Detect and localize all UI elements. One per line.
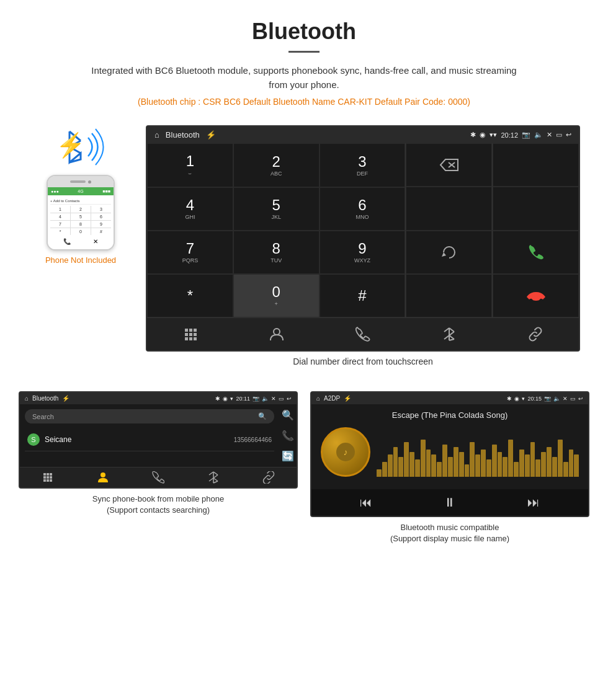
subtitle: Integrated with BC6 Bluetooth module, su… (87, 64, 521, 92)
viz-bar (508, 440, 513, 477)
svg-line-23 (444, 328, 449, 332)
pb-phone-side-icon[interactable]: 📞 (282, 430, 294, 441)
pb-x-icon[interactable]: ✕ (271, 396, 276, 402)
dial-key-8[interactable]: 8TUV (233, 231, 320, 274)
dial-key-7[interactable]: 7PQRS (147, 231, 233, 274)
album-area: ♪ (318, 427, 582, 483)
pb-nav-phone[interactable] (130, 471, 186, 484)
pb-usb-icon: ⚡ (62, 395, 69, 402)
pb-time: 20:11 (236, 396, 250, 402)
home-icon[interactable]: ⌂ (154, 130, 159, 140)
dial-key-5[interactable]: 5JKL (233, 187, 320, 231)
svg-rect-15 (189, 337, 192, 340)
dial-key-4[interactable]: 4GHI (147, 187, 233, 231)
play-pause-button[interactable]: ⏸ (444, 495, 456, 510)
dial-key-9[interactable]: 9WXYZ (320, 231, 406, 274)
backspace-button[interactable] (406, 143, 492, 187)
dialpad-bottom-nav (147, 317, 579, 350)
pb-home-icon[interactable]: ⌂ (25, 395, 29, 402)
music-cam-icon: 📷 (544, 396, 551, 402)
phone-key-6[interactable]: 6 (91, 213, 111, 220)
dial-key-3[interactable]: 3DEF (320, 143, 406, 187)
svg-line-20 (449, 332, 454, 335)
search-placeholder: Search (32, 413, 54, 420)
phone-delete-icon: ✕ (93, 238, 98, 245)
search-bar[interactable]: Search 🔍 (25, 409, 274, 423)
pb-user-icon (97, 471, 109, 484)
empty-cell-2 (406, 274, 492, 317)
backspace-icon (439, 158, 459, 172)
contact-row[interactable]: S Seicane 13566664466 (25, 428, 274, 451)
pb-caption: Sync phone-book from mobile phone (Suppo… (92, 494, 224, 516)
phone-key-9[interactable]: 9 (91, 221, 111, 228)
music-content: Escape (The Pina Colada Song) ♪ (311, 404, 588, 489)
prev-button[interactable]: ⏮ (360, 495, 372, 510)
pb-search-area: Search 🔍 S Seicane 13566664466 (20, 404, 279, 456)
phone-carrier: ●●● (51, 189, 59, 193)
dial-key-star[interactable]: * (147, 274, 233, 317)
nav-bluetooth[interactable] (406, 323, 493, 345)
pb-search-side-icon[interactable]: 🔍 (282, 409, 294, 421)
call-button[interactable] (493, 231, 579, 274)
location-icon: ◉ (480, 131, 486, 139)
music-wifi-icon: ▾ (522, 396, 525, 402)
next-button[interactable]: ⏭ (527, 495, 540, 510)
dial-key-1[interactable]: 1⌣ (147, 143, 233, 187)
svg-line-19 (449, 328, 454, 332)
svg-line-40 (209, 472, 213, 475)
title-divider (288, 51, 320, 53)
viz-bar (377, 469, 382, 477)
music-x-icon[interactable]: ✕ (563, 396, 568, 402)
nav-link[interactable] (493, 323, 579, 345)
phone-key-7[interactable]: 7 (50, 221, 70, 228)
viz-bar (437, 462, 442, 477)
phone-key-star[interactable]: * (50, 228, 70, 235)
pb-nav-bt[interactable] (186, 471, 241, 484)
back-icon[interactable]: ↩ (566, 131, 571, 139)
end-call-button[interactable] (493, 274, 579, 317)
nav-dialpad[interactable] (147, 323, 233, 345)
nav-contacts[interactable] (233, 323, 320, 345)
phone-key-2[interactable]: 2 (71, 206, 91, 213)
viz-bar (470, 442, 475, 477)
pb-back-icon[interactable]: ↩ (287, 396, 292, 402)
refresh-button[interactable] (406, 231, 492, 274)
page-title: Bluetooth (12, 19, 596, 45)
viz-bar (519, 450, 524, 477)
bluetooth-icon-area: ⚡ (56, 125, 105, 169)
phone-key-1[interactable]: 1 (50, 206, 70, 213)
camera-icon: 📷 (522, 131, 530, 139)
pb-wifi-icon: ▾ (230, 396, 233, 402)
phone-key-8[interactable]: 8 (71, 221, 91, 228)
phone-key-4[interactable]: 4 (50, 213, 70, 220)
viz-bar (465, 464, 470, 477)
dial-key-2[interactable]: 2ABC (233, 143, 320, 187)
viz-bar (541, 452, 546, 477)
pb-nav-link[interactable] (241, 471, 297, 484)
svg-rect-29 (47, 476, 49, 479)
phone-bottom-icons: 📞 ✕ (50, 236, 111, 247)
music-caption-line1: Bluetooth music compatible (401, 523, 499, 532)
viz-bar (535, 459, 540, 477)
svg-line-21 (449, 335, 454, 339)
dial-key-6[interactable]: 6MNO (320, 187, 406, 231)
pb-nav-dialpad[interactable] (20, 471, 75, 484)
album-art-inner: ♪ (336, 443, 355, 461)
dial-key-hash[interactable]: # (320, 274, 406, 317)
music-status-right: ✱ ◉ ▾ 20:15 📷 🔈 ✕ ▭ ↩ (507, 396, 583, 402)
phone-key-hash[interactable]: # (91, 228, 111, 235)
pb-refresh-side-icon[interactable]: 🔄 (282, 450, 294, 462)
phone-key-3[interactable]: 3 (91, 206, 111, 213)
music-home-icon[interactable]: ⌂ (316, 395, 320, 402)
music-screenshot: ⌂ A2DP ⚡ ✱ ◉ ▾ 20:15 📷 🔈 ✕ ▭ ↩ Escape ( (310, 391, 589, 544)
music-bt-icon: ✱ (507, 396, 512, 402)
music-back-icon[interactable]: ↩ (578, 396, 583, 402)
phone-key-5[interactable]: 5 (71, 213, 91, 220)
phone-key-0[interactable]: 0 (71, 228, 91, 235)
nav-phone[interactable] (320, 323, 406, 345)
pb-nav-user[interactable] (75, 471, 130, 484)
music-caption-line2: (Support display music file name) (390, 534, 509, 543)
dialpad-right-col (406, 143, 493, 317)
close-icon[interactable]: ✕ (547, 131, 552, 139)
dial-key-0[interactable]: 0+ (233, 274, 320, 317)
